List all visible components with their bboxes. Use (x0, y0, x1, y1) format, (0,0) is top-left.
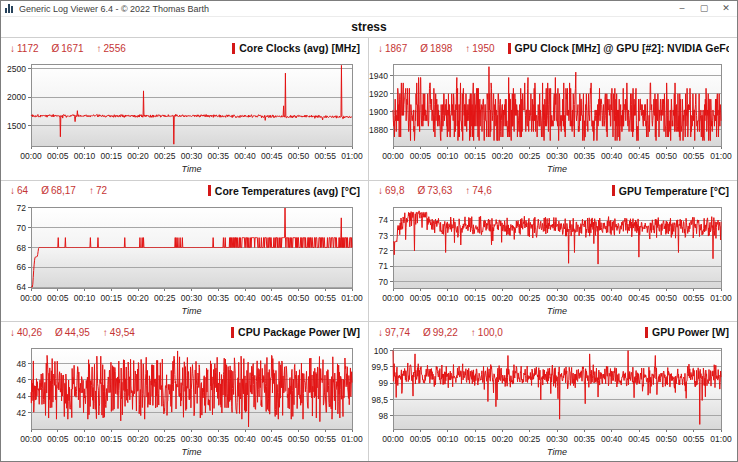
svg-text:1920: 1920 (369, 89, 388, 99)
svg-text:00:10: 00:10 (74, 151, 96, 161)
svg-text:1900: 1900 (369, 107, 388, 117)
avg-icon: Ø (423, 327, 431, 338)
svg-text:2500: 2500 (7, 64, 26, 74)
svg-text:01:00: 01:00 (710, 434, 732, 444)
avg-icon: Ø (55, 327, 63, 338)
svg-text:00:00: 00:00 (382, 151, 404, 161)
svg-text:00:35: 00:35 (574, 434, 596, 444)
max-icon: ↑ (97, 43, 102, 54)
svg-text:00:25: 00:25 (154, 434, 176, 444)
chart-panel-gpu-power: ↓97,74Ø99,22↑100,0GPU Power [W]9898,5999… (369, 321, 737, 462)
svg-text:00:20: 00:20 (492, 293, 514, 303)
svg-text:00:00: 00:00 (20, 293, 42, 303)
stat-max: 74,6 (472, 185, 491, 196)
svg-text:00:30: 00:30 (181, 151, 203, 161)
svg-text:66: 66 (17, 262, 27, 272)
svg-text:00:25: 00:25 (154, 293, 176, 303)
svg-text:72: 72 (17, 203, 27, 213)
svg-text:00:40: 00:40 (601, 151, 623, 161)
x-axis-label: Time (547, 306, 567, 316)
avg-icon: Ø (420, 43, 428, 54)
app-icon (5, 4, 14, 13)
svg-text:00:35: 00:35 (574, 151, 596, 161)
svg-text:00:20: 00:20 (127, 151, 149, 161)
chart-panel-core-temp: ↓64Ø68,17↑72Core Temperatures (avg) [°C]… (1, 180, 369, 322)
stat-min: 97,74 (385, 327, 410, 338)
stat-min: 40,26 (17, 327, 42, 338)
svg-text:00:05: 00:05 (47, 151, 69, 161)
chart-stats: ↓69,8Ø73,63↑74,6 (378, 185, 505, 196)
x-axis-label: Time (547, 164, 567, 174)
legend-marker-icon (231, 327, 234, 338)
svg-text:00:05: 00:05 (47, 434, 69, 444)
minimize-button[interactable]: – (671, 1, 693, 16)
max-icon: ↑ (471, 327, 476, 338)
svg-text:00:10: 00:10 (437, 293, 459, 303)
chart-plot-core-temp: 646668707200:0000:0500:1000:1500:2000:25… (1, 181, 368, 322)
maximize-button[interactable]: ▢ (693, 1, 715, 16)
svg-text:00:15: 00:15 (101, 151, 123, 161)
stat-max: 1950 (472, 43, 494, 54)
close-button[interactable]: ✕ (715, 1, 737, 16)
svg-text:00:40: 00:40 (234, 293, 256, 303)
stat-avg: 1898 (430, 43, 452, 54)
svg-text:00:20: 00:20 (492, 434, 514, 444)
legend-marker-icon (508, 43, 511, 54)
svg-text:00:25: 00:25 (519, 434, 541, 444)
svg-text:99,5: 99,5 (371, 362, 388, 372)
svg-text:00:00: 00:00 (20, 434, 42, 444)
chart-panel-gpu-clock: ↓1867Ø1898↑1950GPU Clock [MHz] @ GPU [#2… (369, 38, 737, 180)
charts-grid: ↓1172Ø1671↑2556Core Clocks (avg) [MHz]15… (1, 37, 737, 462)
legend-marker-icon (645, 327, 648, 338)
svg-text:00:05: 00:05 (410, 151, 432, 161)
svg-text:00:30: 00:30 (181, 434, 203, 444)
svg-text:00:45: 00:45 (261, 151, 283, 161)
svg-text:00:55: 00:55 (683, 434, 705, 444)
avg-icon: Ø (417, 185, 425, 196)
svg-text:00:55: 00:55 (315, 293, 337, 303)
svg-text:74: 74 (379, 215, 389, 225)
svg-text:01:00: 01:00 (341, 151, 363, 161)
svg-text:44: 44 (17, 392, 27, 402)
avg-icon: Ø (41, 185, 49, 196)
svg-text:00:10: 00:10 (437, 151, 459, 161)
chart-title: GPU Power [W] (645, 326, 729, 338)
svg-text:72: 72 (379, 246, 389, 256)
svg-text:00:25: 00:25 (519, 151, 541, 161)
chart-panel-gpu-temp: ↓69,8Ø73,63↑74,6GPU Temperature [°C]7071… (369, 180, 737, 322)
svg-text:42: 42 (17, 408, 27, 418)
min-icon: ↓ (378, 43, 383, 54)
chart-title: CPU Package Power [W] (231, 326, 360, 338)
svg-text:00:00: 00:00 (382, 293, 404, 303)
svg-text:00:40: 00:40 (234, 434, 256, 444)
svg-text:2000: 2000 (7, 92, 26, 102)
title-bar: Generic Log Viewer 6.4 - © 2022 Thomas B… (1, 1, 737, 17)
stat-max: 100,0 (478, 327, 503, 338)
chart-title: Core Temperatures (avg) [°C] (208, 185, 360, 197)
stat-min: 1172 (17, 43, 39, 54)
svg-text:01:00: 01:00 (710, 151, 732, 161)
svg-text:01:00: 01:00 (341, 434, 363, 444)
max-icon: ↑ (465, 43, 470, 54)
chart-plot-gpu-temp: 707172737400:0000:0500:1000:1500:2000:25… (369, 181, 737, 322)
svg-text:00:20: 00:20 (127, 434, 149, 444)
svg-text:01:00: 01:00 (710, 293, 732, 303)
svg-text:73: 73 (379, 230, 389, 240)
svg-text:70: 70 (17, 222, 27, 232)
svg-text:00:30: 00:30 (546, 293, 568, 303)
stat-avg: 44,95 (65, 327, 90, 338)
svg-text:70: 70 (379, 276, 389, 286)
stat-avg: 68,17 (51, 185, 76, 196)
svg-text:00:10: 00:10 (74, 434, 96, 444)
app-window: Generic Log Viewer 6.4 - © 2022 Thomas B… (0, 0, 738, 462)
svg-text:00:30: 00:30 (181, 293, 203, 303)
svg-text:00:50: 00:50 (656, 151, 678, 161)
svg-text:68: 68 (17, 242, 27, 252)
window-title: Generic Log Viewer 6.4 - © 2022 Thomas B… (19, 4, 671, 14)
svg-text:00:05: 00:05 (410, 434, 432, 444)
svg-text:99: 99 (379, 379, 389, 389)
svg-text:00:45: 00:45 (628, 434, 650, 444)
stat-max: 49,54 (110, 327, 135, 338)
svg-text:00:50: 00:50 (288, 434, 310, 444)
svg-text:00:20: 00:20 (492, 151, 514, 161)
